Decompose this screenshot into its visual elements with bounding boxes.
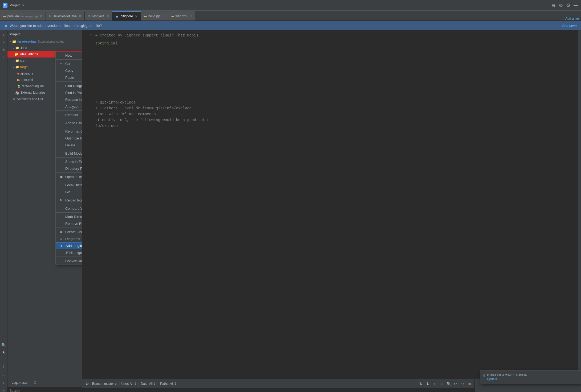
menu-analyze[interactable]: Analyze ▶ xyxy=(56,103,82,110)
target-label: target xyxy=(20,65,29,69)
search-icon[interactable]: 🔍 xyxy=(1,342,7,348)
up-icon[interactable]: ↑ xyxy=(1,54,7,60)
minimize-icon[interactable]: — xyxy=(574,2,578,8)
menu-optimize-imports[interactable]: Optimize Imports Ctrl+Alt+O xyxy=(56,135,82,142)
project-dropdown[interactable]: ▾ xyxy=(22,3,24,7)
menu-directory-path[interactable]: Directory Path Ctrl+Alt+F12 xyxy=(56,165,82,172)
menu-hideignored-label: .i* Hide ignored files xyxy=(65,251,82,255)
add-icon[interactable]: + xyxy=(1,39,7,45)
line-code-3: /.git/info/exclude xyxy=(95,100,136,105)
iml-file-label: terse-spring.iml xyxy=(22,84,44,88)
notif-bar-action[interactable]: Add unve xyxy=(562,24,577,28)
tab-test[interactable]: G Test.java ✕ xyxy=(85,11,112,20)
tab-gitignore-label: .gitignore xyxy=(120,14,133,18)
git-filter-date[interactable]: Date: All ⇕ xyxy=(141,382,156,386)
git-filter-user[interactable]: User: All ⇕ xyxy=(121,382,137,386)
menu-hide-ignored[interactable]: .i* Hide ignored files xyxy=(56,249,82,256)
menu-refactor-label: Refactor xyxy=(65,113,78,117)
git-filter-paths[interactable]: Paths: All ⇕ xyxy=(160,382,177,386)
menu-reformat[interactable]: Reformat Code Ctrl+Alt+L xyxy=(56,128,82,135)
menu-build-module[interactable]: Build Module 'terse-spring' xyxy=(56,150,82,157)
menu-remove-bom[interactable]: Remove BOM xyxy=(56,220,82,227)
menu-add-favorites[interactable]: Add to Favorites ▶ xyxy=(56,119,82,126)
line-code-7: fo/exclude xyxy=(95,123,118,129)
app-icon: P xyxy=(3,3,7,8)
git-expand-btn[interactable]: ⊞ xyxy=(466,381,472,387)
git-left-area: ▲ + 🗑 🔍 … Log: master C ▾ Local ⑂ master xyxy=(0,379,82,392)
git-collapse-icon[interactable]: ▲ xyxy=(1,380,7,386)
menu-terminal-icon: ▣ xyxy=(59,175,63,179)
tab-gitignore[interactable]: ◆ .gitignore ✕ xyxy=(112,11,141,20)
editor-scrollbar[interactable] xyxy=(578,30,581,379)
git-refresh-btn[interactable]: ↻ xyxy=(418,381,424,387)
menu-diagrams[interactable]: ⊞Diagrams ▶ xyxy=(56,235,82,242)
menu-compare-with[interactable]: Compare With... Ctrl+D xyxy=(56,205,82,212)
menu-convert-kotlin[interactable]: Convert Java File to Kotlin File Ctrl+Al… xyxy=(56,257,82,264)
tree-root[interactable]: ▾ 📁 terse-spring D:\code\terse-spring xyxy=(7,38,82,45)
menu-open-terminal[interactable]: ▣Open in Terminal xyxy=(56,173,82,180)
tree-idea-folder[interactable]: ▸ 📁 .idea xyxy=(7,45,82,51)
star-icon[interactable]: ★ xyxy=(1,349,7,355)
menu-show-explorer[interactable]: Show in Explorer xyxy=(56,158,82,165)
menu-create-gist[interactable]: ◉Create Gist... xyxy=(56,228,82,235)
split-icon[interactable]: ⊗ xyxy=(559,2,563,8)
extlibs-arrow: ▸ xyxy=(13,91,14,94)
menu-add-gitignore[interactable]: ◆Add to .gitignore file (unignore) xyxy=(56,242,82,249)
more-icon[interactable]: … xyxy=(1,371,7,377)
git-user-label: User: All xyxy=(121,382,133,386)
tab-webxml-close[interactable]: ✕ xyxy=(189,14,192,18)
line-num-1: 1 xyxy=(82,32,95,38)
tab-hellojsp-close[interactable]: ✕ xyxy=(162,14,165,18)
expand-bottom-icon[interactable]: ⬆ xyxy=(1,364,7,370)
menu-find-usages[interactable]: Find Usages Alt+F7 xyxy=(56,82,82,89)
tab-hellojsp[interactable]: m hello.jsp ✕ xyxy=(141,11,168,20)
git-search-btn[interactable]: 🔍 xyxy=(446,381,452,387)
delete-icon[interactable]: 🗑 xyxy=(1,47,7,53)
ideasettings-label: .ideaSettings xyxy=(19,52,38,56)
git-filter-branch[interactable]: Branch: master ⇕ xyxy=(92,382,117,386)
menu-new[interactable]: New ▶ xyxy=(56,52,82,59)
tab-helloservlet[interactable]: H HelloServlet.java ✕ xyxy=(46,11,85,20)
menu-replace-in-path[interactable]: Replace in Path... Ctrl+Shift+R xyxy=(56,96,82,103)
menu-delete[interactable]: Delete... Delete xyxy=(56,142,82,148)
tab-webxml-label: web.xml xyxy=(176,14,187,18)
tab-pom[interactable]: m pom.xml (terse-spring) ✕ xyxy=(0,11,46,20)
notif-popup-link[interactable]: Update... xyxy=(487,377,500,381)
menu-analyze-label: Analyze xyxy=(65,105,78,109)
tab-test-close[interactable]: ✕ xyxy=(107,14,109,18)
title-bar: P Project ▾ ⊕ ⊗ ⚙ — xyxy=(0,0,581,11)
tab-hello-close[interactable]: ✕ xyxy=(79,14,81,18)
menu-git[interactable]: Git ▶ xyxy=(56,188,82,195)
project-sidebar: Project ▾ 📁 terse-spring D:\code\terse-s… xyxy=(7,30,82,379)
menu-copy[interactable]: Copy ▶ xyxy=(56,67,82,74)
tab-pom-close[interactable]: ✕ xyxy=(40,14,42,18)
git-settings-btn[interactable]: ⚙ xyxy=(84,381,90,387)
menu-cut[interactable]: ✂Cut Ctrl+X xyxy=(56,60,82,67)
tab-hellojsp-icon: m xyxy=(144,15,147,18)
git-sort-btn[interactable]: ↕ xyxy=(432,381,438,387)
menu-mark-dir[interactable]: Mark Directory as ▶ xyxy=(56,213,82,220)
git-fetch-btn[interactable]: ⬇ xyxy=(425,381,431,387)
tab-gitignore-close[interactable]: ✕ xyxy=(135,15,137,18)
git-add-icon[interactable]: + xyxy=(1,387,7,392)
menu-sep-11 xyxy=(56,204,82,204)
git-more-btn[interactable]: » xyxy=(439,381,445,387)
git-undo-btn[interactable]: ↩ xyxy=(453,381,458,387)
settings-icon[interactable]: ⚙ xyxy=(566,2,570,8)
editor-content-area[interactable]: 1 # Created by .ignore support plugin (h… xyxy=(82,30,578,379)
menu-reload-disk[interactable]: ↻Reload from Disk xyxy=(56,197,82,204)
menu-refactor[interactable]: Refactor ▶ xyxy=(56,111,82,118)
git-tab-commits[interactable]: C xyxy=(32,380,38,386)
menu-find-in-path[interactable]: Find in Path... Ctrl+Shift+F xyxy=(56,89,82,96)
git-tab-log[interactable]: Log: master xyxy=(10,380,31,386)
add-unversioned-tab[interactable]: Add unve xyxy=(563,17,581,20)
editor-line-3: /.git/info/exclude xyxy=(82,100,578,105)
globe-icon[interactable]: ⊕ xyxy=(552,2,556,8)
context-menu: New ▶ ✂Cut Ctrl+X Copy ▶ Paste Ctrl+V Fi… xyxy=(55,52,82,265)
menu-local-history[interactable]: Local History ▶ xyxy=(56,181,82,188)
menu-paste[interactable]: Paste Ctrl+V xyxy=(56,74,82,81)
tab-webxml[interactable]: m web.xml ✕ xyxy=(168,11,195,20)
collapse-all-icon[interactable]: ▲ xyxy=(1,32,7,38)
git-search-input[interactable] xyxy=(7,387,82,392)
git-redo-btn[interactable]: ↪ xyxy=(460,381,465,387)
